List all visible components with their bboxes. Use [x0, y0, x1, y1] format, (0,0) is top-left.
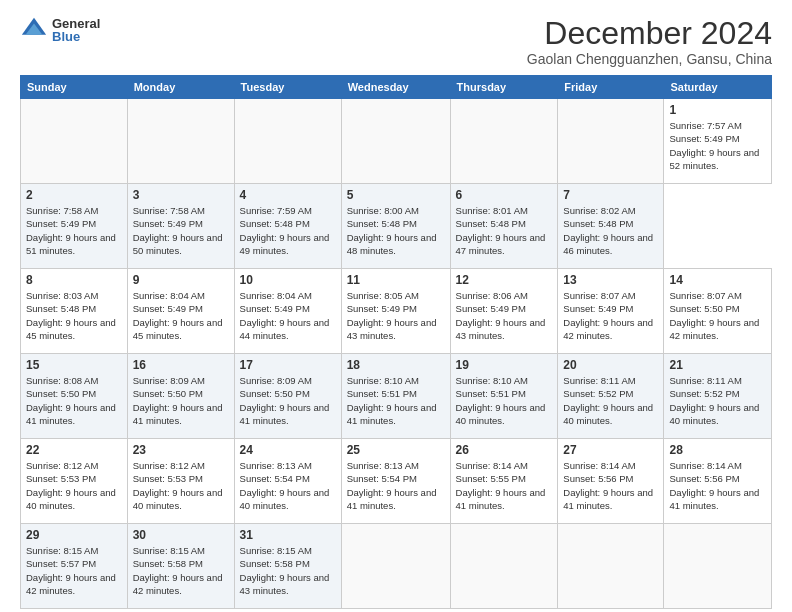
day-info: Sunrise: 8:04 AMSunset: 5:49 PMDaylight:… — [133, 290, 223, 341]
day-cell: 14Sunrise: 8:07 AMSunset: 5:50 PMDayligh… — [664, 269, 772, 354]
day-info: Sunrise: 8:04 AMSunset: 5:49 PMDaylight:… — [240, 290, 330, 341]
col-monday: Monday — [127, 76, 234, 99]
day-cell: 13Sunrise: 8:07 AMSunset: 5:49 PMDayligh… — [558, 269, 664, 354]
day-info: Sunrise: 8:14 AMSunset: 5:55 PMDaylight:… — [456, 460, 546, 511]
day-info: Sunrise: 8:13 AMSunset: 5:54 PMDaylight:… — [240, 460, 330, 511]
day-info: Sunrise: 8:09 AMSunset: 5:50 PMDaylight:… — [240, 375, 330, 426]
location: Gaolan Chengguanzhen, Gansu, China — [527, 51, 772, 67]
day-info: Sunrise: 8:06 AMSunset: 5:49 PMDaylight:… — [456, 290, 546, 341]
day-cell: 18Sunrise: 8:10 AMSunset: 5:51 PMDayligh… — [341, 354, 450, 439]
day-info: Sunrise: 7:57 AMSunset: 5:49 PMDaylight:… — [669, 120, 759, 171]
day-number: 23 — [133, 443, 229, 457]
day-cell: 7Sunrise: 8:02 AMSunset: 5:48 PMDaylight… — [558, 184, 664, 269]
day-info: Sunrise: 8:10 AMSunset: 5:51 PMDaylight:… — [456, 375, 546, 426]
col-tuesday: Tuesday — [234, 76, 341, 99]
day-cell — [450, 524, 558, 609]
day-info: Sunrise: 8:15 AMSunset: 5:58 PMDaylight:… — [240, 545, 330, 596]
day-info: Sunrise: 8:02 AMSunset: 5:48 PMDaylight:… — [563, 205, 653, 256]
day-number: 25 — [347, 443, 445, 457]
day-info: Sunrise: 8:05 AMSunset: 5:49 PMDaylight:… — [347, 290, 437, 341]
title-block: December 2024 Gaolan Chengguanzhen, Gans… — [527, 16, 772, 67]
logo-text: General Blue — [52, 17, 100, 43]
day-info: Sunrise: 8:14 AMSunset: 5:56 PMDaylight:… — [563, 460, 653, 511]
day-info: Sunrise: 8:00 AMSunset: 5:48 PMDaylight:… — [347, 205, 437, 256]
calendar-page: General Blue December 2024 Gaolan Chengg… — [0, 0, 792, 612]
day-number: 3 — [133, 188, 229, 202]
day-cell: 19Sunrise: 8:10 AMSunset: 5:51 PMDayligh… — [450, 354, 558, 439]
day-info: Sunrise: 8:15 AMSunset: 5:57 PMDaylight:… — [26, 545, 116, 596]
month-title: December 2024 — [527, 16, 772, 51]
logo-icon — [20, 16, 48, 44]
day-cell: 24Sunrise: 8:13 AMSunset: 5:54 PMDayligh… — [234, 439, 341, 524]
day-cell: 8Sunrise: 8:03 AMSunset: 5:48 PMDaylight… — [21, 269, 128, 354]
day-number: 4 — [240, 188, 336, 202]
calendar-week-4: 22Sunrise: 8:12 AMSunset: 5:53 PMDayligh… — [21, 439, 772, 524]
calendar-week-3: 15Sunrise: 8:08 AMSunset: 5:50 PMDayligh… — [21, 354, 772, 439]
day-number: 24 — [240, 443, 336, 457]
day-number: 14 — [669, 273, 766, 287]
day-cell: 3Sunrise: 7:58 AMSunset: 5:49 PMDaylight… — [127, 184, 234, 269]
day-info: Sunrise: 8:07 AMSunset: 5:50 PMDaylight:… — [669, 290, 759, 341]
day-cell: 23Sunrise: 8:12 AMSunset: 5:53 PMDayligh… — [127, 439, 234, 524]
col-friday: Friday — [558, 76, 664, 99]
day-number: 15 — [26, 358, 122, 372]
day-cell: 29Sunrise: 8:15 AMSunset: 5:57 PMDayligh… — [21, 524, 128, 609]
day-number: 10 — [240, 273, 336, 287]
day-info: Sunrise: 8:11 AMSunset: 5:52 PMDaylight:… — [563, 375, 653, 426]
day-number: 9 — [133, 273, 229, 287]
day-cell: 4Sunrise: 7:59 AMSunset: 5:48 PMDaylight… — [234, 184, 341, 269]
header-row: Sunday Monday Tuesday Wednesday Thursday… — [21, 76, 772, 99]
day-info: Sunrise: 8:08 AMSunset: 5:50 PMDaylight:… — [26, 375, 116, 426]
day-cell: 20Sunrise: 8:11 AMSunset: 5:52 PMDayligh… — [558, 354, 664, 439]
day-number: 2 — [26, 188, 122, 202]
day-info: Sunrise: 8:01 AMSunset: 5:48 PMDaylight:… — [456, 205, 546, 256]
empty-cell — [450, 99, 558, 184]
day-number: 27 — [563, 443, 658, 457]
day-cell: 25Sunrise: 8:13 AMSunset: 5:54 PMDayligh… — [341, 439, 450, 524]
calendar-week-1: 2Sunrise: 7:58 AMSunset: 5:49 PMDaylight… — [21, 184, 772, 269]
empty-cell — [21, 99, 128, 184]
day-cell: 1Sunrise: 7:57 AMSunset: 5:49 PMDaylight… — [664, 99, 772, 184]
day-cell: 6Sunrise: 8:01 AMSunset: 5:48 PMDaylight… — [450, 184, 558, 269]
empty-cell — [127, 99, 234, 184]
day-info: Sunrise: 8:10 AMSunset: 5:51 PMDaylight:… — [347, 375, 437, 426]
day-cell: 27Sunrise: 8:14 AMSunset: 5:56 PMDayligh… — [558, 439, 664, 524]
day-cell: 12Sunrise: 8:06 AMSunset: 5:49 PMDayligh… — [450, 269, 558, 354]
day-info: Sunrise: 7:58 AMSunset: 5:49 PMDaylight:… — [133, 205, 223, 256]
day-cell: 26Sunrise: 8:14 AMSunset: 5:55 PMDayligh… — [450, 439, 558, 524]
day-cell — [664, 524, 772, 609]
day-number: 7 — [563, 188, 658, 202]
calendar-week-5: 29Sunrise: 8:15 AMSunset: 5:57 PMDayligh… — [21, 524, 772, 609]
header: General Blue December 2024 Gaolan Chengg… — [20, 16, 772, 67]
logo-blue: Blue — [52, 30, 100, 43]
day-info: Sunrise: 8:14 AMSunset: 5:56 PMDaylight:… — [669, 460, 759, 511]
col-saturday: Saturday — [664, 76, 772, 99]
calendar-week-2: 8Sunrise: 8:03 AMSunset: 5:48 PMDaylight… — [21, 269, 772, 354]
day-number: 11 — [347, 273, 445, 287]
day-cell: 31Sunrise: 8:15 AMSunset: 5:58 PMDayligh… — [234, 524, 341, 609]
day-cell: 9Sunrise: 8:04 AMSunset: 5:49 PMDaylight… — [127, 269, 234, 354]
day-cell: 5Sunrise: 8:00 AMSunset: 5:48 PMDaylight… — [341, 184, 450, 269]
day-cell: 10Sunrise: 8:04 AMSunset: 5:49 PMDayligh… — [234, 269, 341, 354]
day-cell — [341, 524, 450, 609]
day-number: 29 — [26, 528, 122, 542]
day-info: Sunrise: 8:11 AMSunset: 5:52 PMDaylight:… — [669, 375, 759, 426]
day-number: 1 — [669, 103, 766, 117]
day-info: Sunrise: 7:58 AMSunset: 5:49 PMDaylight:… — [26, 205, 116, 256]
day-number: 12 — [456, 273, 553, 287]
calendar-week-0: 1Sunrise: 7:57 AMSunset: 5:49 PMDaylight… — [21, 99, 772, 184]
empty-cell — [341, 99, 450, 184]
day-number: 31 — [240, 528, 336, 542]
day-info: Sunrise: 8:07 AMSunset: 5:49 PMDaylight:… — [563, 290, 653, 341]
day-number: 22 — [26, 443, 122, 457]
day-number: 30 — [133, 528, 229, 542]
day-cell: 11Sunrise: 8:05 AMSunset: 5:49 PMDayligh… — [341, 269, 450, 354]
day-number: 19 — [456, 358, 553, 372]
day-cell: 15Sunrise: 8:08 AMSunset: 5:50 PMDayligh… — [21, 354, 128, 439]
day-number: 8 — [26, 273, 122, 287]
day-number: 6 — [456, 188, 553, 202]
day-cell: 16Sunrise: 8:09 AMSunset: 5:50 PMDayligh… — [127, 354, 234, 439]
day-info: Sunrise: 8:12 AMSunset: 5:53 PMDaylight:… — [133, 460, 223, 511]
day-number: 21 — [669, 358, 766, 372]
day-info: Sunrise: 8:13 AMSunset: 5:54 PMDaylight:… — [347, 460, 437, 511]
